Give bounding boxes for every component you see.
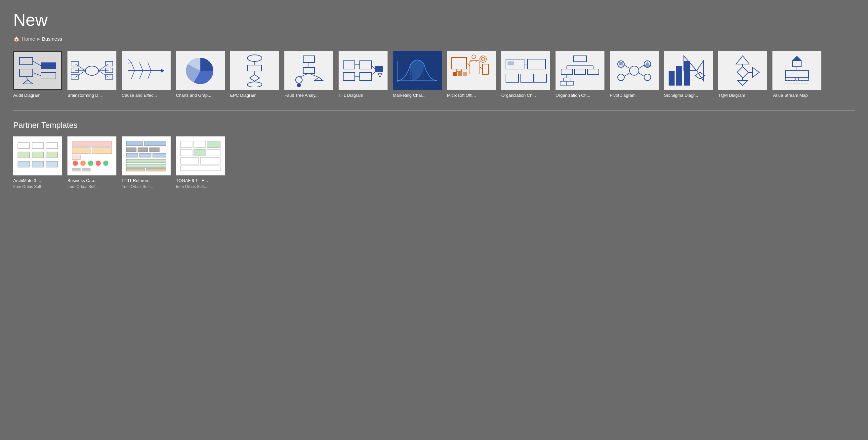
svg-rect-65 xyxy=(453,72,457,76)
svg-rect-154 xyxy=(153,153,166,157)
template-charts[interactable]: Charts and Grap... xyxy=(176,51,225,98)
card-thumb-togaf xyxy=(176,136,225,175)
partner-archimate[interactable]: ArchiMate 3 -... from Orbus Soft... xyxy=(13,136,62,189)
partner-bizcap[interactable]: Business Cap... from Orbus Soft... xyxy=(67,136,116,189)
svg-line-5 xyxy=(33,61,41,66)
template-itil[interactable]: ITIL Diagram xyxy=(339,51,388,98)
card-label-fault: Fault Tree Analy... xyxy=(284,93,333,98)
breadcrumb-home-link[interactable]: Home xyxy=(22,36,35,42)
svg-rect-62 xyxy=(457,69,462,72)
svg-rect-16 xyxy=(71,68,79,73)
svg-line-14 xyxy=(98,71,108,77)
template-cause[interactable]: Cause and Effec... xyxy=(122,51,170,98)
svg-rect-120 xyxy=(793,61,801,67)
svg-rect-108 xyxy=(684,61,690,86)
template-brainstorm[interactable]: Brainstorming D... xyxy=(67,51,116,98)
breadcrumb-current: Business xyxy=(42,36,62,42)
template-sixsigma[interactable]: Six Sigma Diagr... xyxy=(664,51,713,98)
svg-line-101 xyxy=(624,73,629,76)
svg-line-7 xyxy=(26,76,28,80)
svg-rect-75 xyxy=(506,74,519,82)
svg-line-26 xyxy=(140,71,143,79)
card-thumb-pivot xyxy=(610,51,659,90)
svg-point-8 xyxy=(85,66,98,75)
template-msoffice[interactable]: Microsoft Offi... xyxy=(447,51,496,98)
svg-rect-20 xyxy=(105,75,113,79)
card-thumb-bizcap xyxy=(67,136,116,175)
svg-rect-33 xyxy=(248,65,261,71)
svg-rect-131 xyxy=(32,152,44,158)
svg-line-68 xyxy=(467,63,470,66)
page-title: New xyxy=(13,10,855,30)
card-thumb-fault xyxy=(284,51,333,90)
svg-rect-104 xyxy=(619,62,623,65)
svg-rect-125 xyxy=(785,77,795,80)
svg-line-100 xyxy=(624,65,629,68)
card-thumb-itil xyxy=(339,51,388,90)
svg-rect-50 xyxy=(360,72,371,80)
card-thumb-valuestream xyxy=(772,51,822,90)
partner-togaf[interactable]: TOGAF 9.1 - E... from Orbus Soft... xyxy=(176,136,225,189)
svg-rect-1 xyxy=(20,69,33,76)
svg-line-27 xyxy=(148,62,151,71)
svg-rect-122 xyxy=(785,71,808,77)
template-tqm[interactable]: TQM Diagram xyxy=(718,51,767,98)
svg-rect-134 xyxy=(32,161,44,167)
partner-sub-it4it: from Orbus Soft... xyxy=(122,184,170,189)
svg-rect-149 xyxy=(126,148,136,151)
template-audit[interactable]: Audit Diagram xyxy=(13,51,62,98)
svg-rect-150 xyxy=(138,148,148,151)
svg-rect-129 xyxy=(46,143,58,149)
template-orgchart1[interactable]: Organization Ch... xyxy=(501,51,550,98)
template-epc[interactable]: EPC Diagram xyxy=(230,51,279,98)
svg-rect-0 xyxy=(20,58,33,65)
svg-marker-2 xyxy=(23,80,33,84)
svg-marker-112 xyxy=(736,56,749,64)
svg-rect-145 xyxy=(72,168,80,171)
svg-rect-136 xyxy=(72,141,112,146)
svg-rect-74 xyxy=(527,59,546,69)
svg-rect-132 xyxy=(46,152,58,158)
card-thumb-cause xyxy=(122,51,170,90)
svg-rect-147 xyxy=(126,141,143,146)
svg-rect-53 xyxy=(375,66,383,72)
svg-rect-138 xyxy=(92,148,112,154)
svg-rect-133 xyxy=(18,161,29,167)
svg-marker-119 xyxy=(792,56,802,61)
svg-rect-39 xyxy=(303,56,314,62)
template-fault[interactable]: Fault Tree Analy... xyxy=(284,51,333,98)
svg-rect-66 xyxy=(458,72,462,76)
svg-marker-114 xyxy=(738,80,748,86)
svg-rect-164 xyxy=(207,149,220,156)
svg-rect-161 xyxy=(207,141,220,148)
svg-marker-22 xyxy=(161,69,164,73)
card-label-msoffice: Microsoft Offi... xyxy=(447,93,496,98)
card-label-orgchart1: Organization Ch... xyxy=(501,93,550,98)
partner-sub-bizcap: from Orbus Soft... xyxy=(67,184,116,189)
svg-rect-165 xyxy=(181,158,199,164)
svg-line-25 xyxy=(140,62,143,71)
partner-templates-grid: ArchiMate 3 -... from Orbus Soft... Busi… xyxy=(13,136,855,189)
svg-rect-153 xyxy=(140,153,151,157)
svg-point-97 xyxy=(618,74,624,80)
card-label-archimate: ArchiMate 3 -... xyxy=(13,178,62,184)
card-thumb-charts xyxy=(176,51,225,90)
svg-line-103 xyxy=(639,73,644,76)
svg-rect-41 xyxy=(303,67,314,73)
template-pivot[interactable]: PivotDiagram xyxy=(610,51,659,98)
svg-point-140 xyxy=(73,161,78,166)
svg-marker-113 xyxy=(737,67,748,78)
svg-rect-86 xyxy=(561,69,572,74)
svg-line-12 xyxy=(98,64,108,71)
partner-it4it[interactable]: IT4IT Referen... from Orbus Soft... xyxy=(122,136,170,189)
svg-rect-162 xyxy=(181,149,192,156)
card-label-valuestream: Value Stream Map xyxy=(772,93,822,98)
template-orgchart2[interactable]: Organization Ch... xyxy=(556,51,604,98)
card-label-it4it: IT4IT Referen... xyxy=(122,178,170,184)
template-valuestream[interactable]: Value Stream Map xyxy=(772,51,822,98)
svg-rect-87 xyxy=(575,69,586,74)
svg-rect-67 xyxy=(463,72,467,76)
template-marketing[interactable]: Marketing Char... xyxy=(393,51,442,98)
svg-rect-156 xyxy=(126,164,166,167)
svg-line-29 xyxy=(128,59,131,62)
